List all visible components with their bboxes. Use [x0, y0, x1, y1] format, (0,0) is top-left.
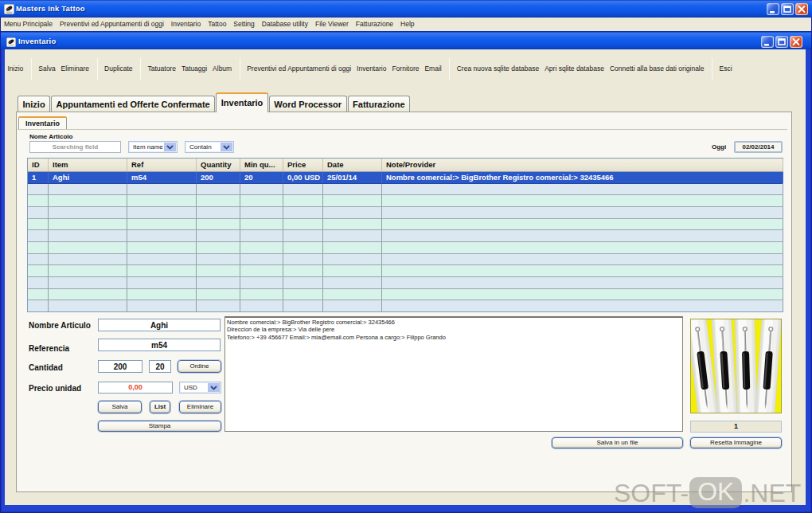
- table-cell: [127, 195, 197, 206]
- menu-item[interactable]: Help: [397, 18, 418, 31]
- toolbar-button[interactable]: Preventivi ed Appuntamenti di oggi: [244, 64, 354, 73]
- provider-note-textarea[interactable]: Nombre comercial:> BigBrother Registro c…: [224, 316, 683, 432]
- menu-item[interactable]: Database utility: [258, 18, 311, 31]
- field-combo-arrow-icon[interactable]: [164, 143, 176, 151]
- table-cell: [28, 300, 49, 311]
- table-cell: [127, 219, 197, 230]
- column-header[interactable]: Note/Provider: [382, 159, 783, 171]
- column-header[interactable]: Ref: [127, 159, 197, 171]
- app-window: Masters Ink Tattoo Menu PrincipalePreven…: [0, 0, 812, 513]
- tab-fatturazione[interactable]: Fatturazione: [348, 96, 410, 112]
- toolbar-button[interactable]: Salva: [36, 64, 58, 73]
- table-cell: [197, 219, 240, 230]
- inventario-titlebar: Inventario: [1, 31, 811, 49]
- table-row[interactable]: [28, 195, 783, 207]
- table-cell: [283, 254, 323, 265]
- minimize-button[interactable]: [767, 3, 779, 15]
- watermark-part2: .NET: [743, 480, 801, 507]
- table-row[interactable]: [28, 219, 783, 231]
- column-header[interactable]: Item: [49, 159, 127, 171]
- toolbar-button[interactable]: Duplicate: [102, 64, 135, 73]
- table-cell: [382, 230, 783, 241]
- menu-item[interactable]: Inventario: [167, 18, 204, 31]
- table-cell: [283, 230, 323, 241]
- column-header[interactable]: Date: [323, 159, 382, 171]
- table-row[interactable]: [28, 265, 783, 277]
- currency-combo[interactable]: USD: [179, 382, 221, 394]
- list-button[interactable]: List: [150, 401, 170, 413]
- save-file-button[interactable]: Salva in un file: [552, 437, 683, 448]
- tab-inizio[interactable]: Inizio: [18, 96, 50, 112]
- delete-button[interactable]: Eliminare: [179, 401, 221, 413]
- order-button[interactable]: Ordine: [178, 360, 221, 373]
- table-row[interactable]: [28, 254, 783, 266]
- price-input[interactable]: 0,00: [98, 382, 173, 394]
- toolbar-button[interactable]: Tatuatore: [145, 64, 178, 73]
- table-cell: [382, 219, 783, 230]
- name-input[interactable]: Aghi: [98, 319, 221, 331]
- table-cell: [197, 289, 240, 300]
- table-row[interactable]: [28, 289, 783, 301]
- min-qty-input[interactable]: 20: [149, 360, 171, 373]
- toolbar-button[interactable]: Esci: [716, 64, 735, 73]
- inner-close-button[interactable]: [790, 36, 802, 48]
- mode-combo-arrow-icon[interactable]: [221, 143, 232, 151]
- toolbar-button[interactable]: Connetti alla base dati originale: [607, 64, 707, 73]
- inner-minimize-button[interactable]: [761, 36, 774, 48]
- toolbar-button[interactable]: Crea nuova sqlite database: [454, 64, 542, 73]
- price-label: Precio unidad: [29, 384, 81, 393]
- toolbar-button[interactable]: Tatuaggi: [178, 64, 209, 73]
- toolbar-button[interactable]: Apri sqlite database: [542, 64, 607, 73]
- menu-item[interactable]: Preventivi ed Appuntamenti di oggi: [56, 18, 167, 31]
- table-cell: 200: [197, 172, 240, 183]
- column-header[interactable]: Quantity: [197, 159, 240, 171]
- toolbar-group: TatuatoreTatuaggiAlbum: [145, 49, 235, 88]
- toolbar-button[interactable]: Inizio: [5, 64, 26, 73]
- maximize-button[interactable]: [781, 3, 794, 15]
- tab-word-processor[interactable]: Word Processor: [269, 96, 347, 112]
- tab-appuntamenti-ed-offerte-confermate[interactable]: Appuntamenti ed Offerte Confermate: [51, 96, 215, 112]
- table-row[interactable]: [28, 300, 783, 311]
- print-button[interactable]: Stampa: [98, 421, 221, 432]
- save-button[interactable]: Salva: [98, 401, 142, 413]
- table-cell: [49, 219, 127, 230]
- menu-item[interactable]: Tattoo: [205, 18, 230, 31]
- table-row[interactable]: [28, 230, 783, 242]
- subtab-inventario[interactable]: Inventario: [18, 116, 67, 129]
- inner-maximize-button[interactable]: [775, 36, 788, 48]
- toolbar-button[interactable]: Eliminare: [58, 64, 92, 73]
- table-cell: [127, 230, 197, 241]
- table-row[interactable]: [28, 277, 783, 289]
- table-row[interactable]: [28, 184, 783, 196]
- table-row[interactable]: [28, 242, 783, 254]
- toolbar-separator: [449, 58, 450, 80]
- column-header[interactable]: Price: [283, 159, 323, 171]
- table-cell: [283, 242, 323, 253]
- table-cell: [240, 277, 283, 288]
- today-date-field[interactable]: 02/02/2014: [734, 141, 783, 153]
- mode-combo[interactable]: Contain: [185, 141, 234, 153]
- table-cell: [127, 289, 197, 300]
- field-combo[interactable]: Item name: [128, 141, 178, 153]
- table-row[interactable]: [28, 207, 783, 219]
- toolbar-button[interactable]: Album: [210, 64, 235, 73]
- toolbar-button[interactable]: Email: [422, 64, 444, 73]
- qty-input[interactable]: 200: [98, 360, 142, 373]
- menu-item[interactable]: File Viewer: [311, 18, 352, 31]
- table-body: 1Aghim54200200,00 USD25/01/14Nombre come…: [28, 172, 783, 311]
- column-header[interactable]: Min qu...: [240, 159, 283, 171]
- menu-item[interactable]: Setting: [230, 18, 258, 31]
- table-row[interactable]: 1Aghim54200200,00 USD25/01/14Nombre come…: [28, 172, 783, 184]
- menu-item[interactable]: Menu Principale: [4, 18, 56, 31]
- table-cell: [197, 265, 240, 276]
- ref-input[interactable]: m54: [98, 339, 221, 351]
- currency-combo-arrow-icon[interactable]: [208, 383, 220, 392]
- toolbar-button[interactable]: Fornitore: [389, 64, 422, 73]
- tab-inventario[interactable]: Inventario: [216, 92, 268, 112]
- toolbar-button[interactable]: Inventario: [354, 64, 389, 73]
- menu-item[interactable]: Fatturazione: [352, 18, 396, 31]
- search-input[interactable]: Searching field: [29, 141, 121, 153]
- close-button[interactable]: [795, 3, 808, 15]
- column-header[interactable]: ID: [28, 159, 49, 171]
- reset-image-button[interactable]: Resetta Immagine: [690, 437, 782, 448]
